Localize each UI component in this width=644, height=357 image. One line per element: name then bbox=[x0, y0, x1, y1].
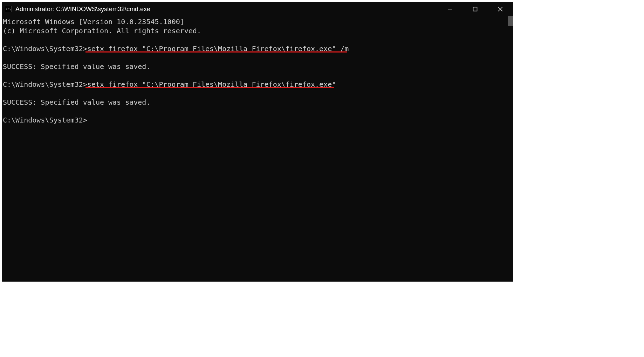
terminal-line: SUCCESS: Specified value was saved. bbox=[3, 98, 512, 107]
close-icon bbox=[498, 7, 503, 12]
cmd-icon-label: C:\ bbox=[6, 8, 11, 11]
minimize-icon bbox=[447, 7, 452, 12]
window-title: Administrator: C:\WINDOWS\system32\cmd.e… bbox=[15, 6, 437, 13]
titlebar[interactable]: C:\ Administrator: C:\WINDOWS\system32\c… bbox=[2, 2, 513, 16]
annotation-underline bbox=[85, 87, 334, 88]
terminal-line: (c) Microsoft Corporation. All rights re… bbox=[3, 27, 512, 36]
maximize-button[interactable] bbox=[463, 2, 488, 16]
minimize-button[interactable] bbox=[437, 2, 463, 16]
window-controls bbox=[437, 2, 513, 16]
cmd-icon: C:\ bbox=[5, 6, 12, 12]
cmd-window: C:\ Administrator: C:\WINDOWS\system32\c… bbox=[2, 2, 513, 282]
terminal-line: Microsoft Windows [Version 10.0.23545.10… bbox=[3, 18, 512, 27]
terminal-line bbox=[3, 71, 512, 80]
terminal-line bbox=[3, 53, 512, 62]
close-button[interactable] bbox=[488, 2, 513, 16]
scrollbar-thumb[interactable] bbox=[508, 16, 513, 26]
terminal-line bbox=[3, 89, 512, 98]
scrollbar-track[interactable] bbox=[507, 16, 513, 281]
terminal-output[interactable]: Microsoft Windows [Version 10.0.23545.10… bbox=[2, 16, 513, 281]
terminal-line bbox=[3, 107, 512, 116]
svg-rect-1 bbox=[473, 7, 477, 11]
maximize-icon bbox=[473, 7, 478, 12]
terminal-line: SUCCESS: Specified value was saved. bbox=[3, 62, 512, 71]
annotation-underline bbox=[85, 51, 347, 52]
terminal-line bbox=[3, 35, 512, 44]
terminal-line: C:\Windows\System32> bbox=[3, 116, 512, 125]
